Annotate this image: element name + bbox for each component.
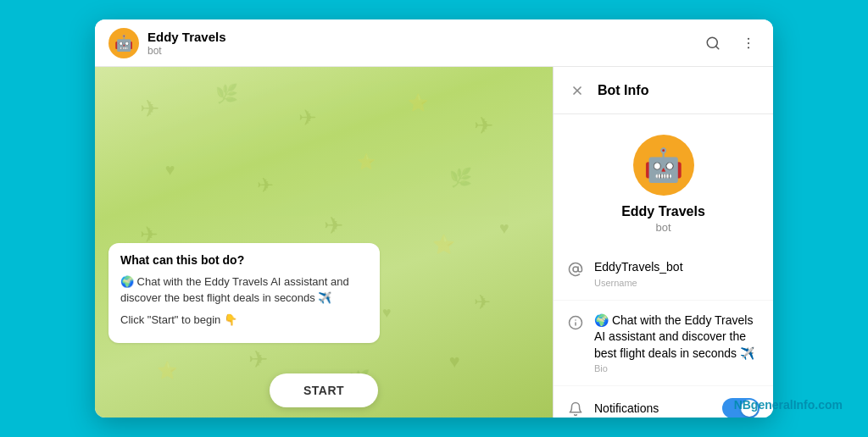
- header-info: Eddy Travels bot: [147, 30, 693, 57]
- chat-footer: START: [95, 363, 553, 418]
- content-area: ✈ 🌿 ✈ ⭐ ✈ ♥ ✈ ⭐ 🌿 ✈ ♥ ✈ ⭐ ♥ 🌿 ✈ ♥: [95, 67, 773, 418]
- notifications-label: Notifications: [594, 401, 712, 415]
- chat-header: 🤖 Eddy Travels bot: [95, 19, 773, 67]
- bot-name: Eddy Travels: [147, 30, 693, 45]
- close-icon: [570, 84, 584, 97]
- at-icon: [567, 261, 584, 278]
- app-window: 🤖 Eddy Travels bot: [95, 19, 773, 418]
- bio-label: Bio: [594, 363, 760, 373]
- more-icon: [741, 36, 756, 51]
- bot-info-content: 🤖 Eddy Travels bot EddyTravels_bot Usern…: [554, 114, 773, 418]
- username-label: Username: [594, 278, 760, 288]
- header-actions: [702, 32, 760, 54]
- bio-row: 🌍 Chat with the Eddy Travels AI assistan…: [554, 301, 773, 387]
- bot-info-avatar: 🤖: [633, 135, 694, 196]
- search-icon: [705, 36, 721, 51]
- info-icon: [567, 314, 584, 331]
- watermark: NBgeneralInfo.com: [734, 398, 843, 412]
- bot-type: bot: [147, 45, 693, 57]
- bot-info-header: Bot Info: [554, 67, 773, 114]
- username-row: EddyTravels_bot Username: [554, 247, 773, 301]
- svg-point-29: [573, 267, 578, 272]
- bio-content: 🌍 Chat with the Eddy Travels AI assistan…: [594, 313, 760, 374]
- chat-area: ✈ 🌿 ✈ ⭐ ✈ ♥ ✈ ⭐ 🌿 ✈ ♥ ✈ ⭐ ♥ 🌿 ✈ ♥: [95, 67, 553, 418]
- avatar: 🤖: [108, 28, 139, 58]
- close-button[interactable]: [567, 80, 587, 101]
- chat-messages: What can this bot do? 🌍 Chat with the Ed…: [95, 67, 553, 363]
- bot-info-name: Eddy Travels: [621, 204, 705, 219]
- svg-point-2: [748, 37, 749, 39]
- bell-icon: [567, 401, 584, 418]
- start-button[interactable]: START: [270, 373, 378, 407]
- more-button[interactable]: [737, 32, 760, 54]
- username-content: EddyTravels_bot Username: [594, 259, 760, 288]
- bot-info-panel: Bot Info 🤖 Eddy Travels bot: [553, 67, 773, 418]
- svg-point-4: [748, 47, 749, 48]
- svg-line-1: [715, 46, 718, 48]
- message-line1: 🌍 Chat with the Eddy Travels AI assistan…: [120, 274, 368, 307]
- bot-message-card: What can this bot do? 🌍 Chat with the Ed…: [108, 243, 380, 344]
- svg-point-3: [748, 41, 749, 43]
- bot-info-avatar-section: 🤖 Eddy Travels bot: [554, 114, 773, 247]
- username-value: EddyTravels_bot: [594, 259, 760, 276]
- bio-value: 🌍 Chat with the Eddy Travels AI assistan…: [594, 313, 760, 362]
- search-button[interactable]: [702, 32, 724, 54]
- message-title: What can this bot do?: [120, 253, 368, 267]
- message-line2: Click "Start" to begin 👇: [120, 312, 368, 329]
- bot-info-title: Bot Info: [598, 83, 648, 98]
- bot-info-type: bot: [655, 221, 670, 234]
